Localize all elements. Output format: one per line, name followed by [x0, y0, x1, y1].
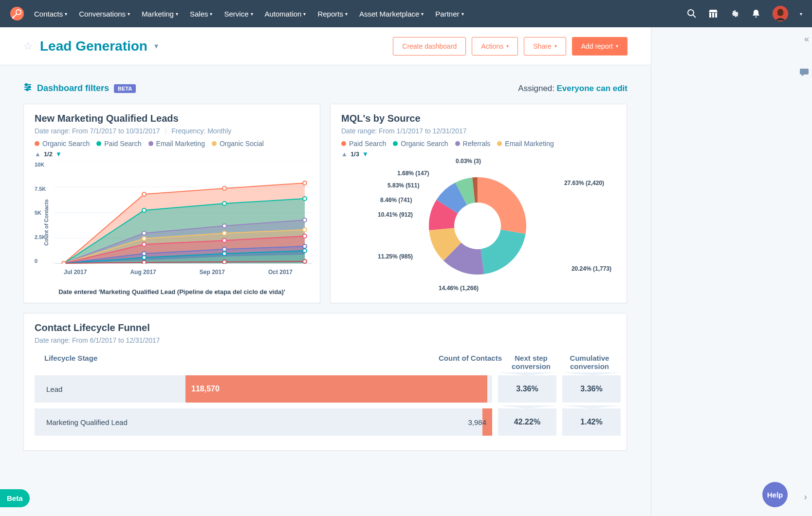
legend-item: Organic Search	[393, 140, 448, 147]
card-meta: Date range: From 7/1/2017 to 10/31/2017 …	[35, 127, 309, 135]
funnel-stage: Lead	[46, 385, 62, 393]
funnel-value: 3,984	[468, 418, 486, 426]
filters-label: Dashboard filters	[37, 83, 109, 93]
legend-item: Organic Social	[212, 140, 264, 147]
legend-item: Email Marketing	[497, 140, 554, 147]
actions-button[interactable]: Actions▾	[472, 37, 518, 55]
svg-point-3	[12, 17, 14, 18]
nav-automation[interactable]: Automation▾	[265, 10, 306, 18]
nav-contacts[interactable]: Contacts▾	[34, 10, 67, 18]
triangle-up-icon[interactable]: ▲	[341, 150, 348, 158]
svg-point-40	[303, 244, 307, 248]
assigned-label: Assigned:	[518, 84, 554, 93]
avatar[interactable]	[773, 6, 788, 21]
nav-partner[interactable]: Partner▾	[435, 10, 463, 18]
filters-left[interactable]: Dashboard filters BETA	[23, 83, 136, 94]
legend-item: Paid Search	[341, 140, 386, 147]
page-num: 1/3	[351, 150, 359, 158]
add-report-button[interactable]: Add report▾	[572, 37, 627, 55]
hubspot-logo-icon[interactable]	[10, 6, 24, 21]
svg-point-32	[142, 237, 146, 240]
assigned-area[interactable]: Assigned: Everyone can edit	[518, 84, 627, 93]
svg-point-22	[62, 261, 66, 264]
marketplace-icon[interactable]	[708, 9, 718, 18]
donut-label: 5.83% (511)	[388, 182, 419, 189]
card-title: MQL's by Source	[341, 113, 616, 124]
page-header: ☆ Lead Generation ▾ Create dashboard Act…	[0, 27, 651, 65]
triangle-down-icon[interactable]: ▼	[362, 150, 369, 158]
comment-icon[interactable]	[799, 68, 809, 79]
svg-point-38	[142, 252, 146, 256]
next-conversion: 3.36%	[498, 375, 556, 403]
funnel-bar-wrap: Marketing Qualified Lead 3,984	[35, 408, 492, 436]
svg-point-31	[303, 218, 307, 222]
star-icon[interactable]: ☆	[23, 40, 33, 53]
beta-fab[interactable]: Beta	[0, 489, 30, 507]
cumulative-conversion: 1.42%	[562, 408, 621, 436]
legend-pager[interactable]: ▲ 1/3 ▼	[341, 150, 616, 158]
gear-icon[interactable]	[730, 9, 739, 18]
nav-reports[interactable]: Reports▾	[317, 10, 348, 18]
chevron-down-icon: ▾	[345, 11, 348, 17]
share-button[interactable]: Share▾	[524, 37, 566, 55]
nav-sales[interactable]: Sales▾	[190, 10, 213, 18]
search-icon[interactable]	[687, 9, 697, 18]
chevron-down-icon: ▾	[251, 11, 253, 17]
date-range: Date range: From 1/1/2017 to 12/31/2017	[341, 127, 467, 135]
legend: Paid Search Organic Search Referrals Ema…	[341, 140, 616, 147]
triangle-down-icon[interactable]: ▼	[55, 150, 62, 158]
chevron-down-icon: ▾	[176, 11, 178, 17]
svg-point-46	[303, 259, 307, 263]
nav-marketing[interactable]: Marketing▾	[142, 10, 178, 18]
nav-service[interactable]: Service▾	[224, 10, 253, 18]
svg-point-23	[142, 192, 146, 196]
chevron-down-icon[interactable]: ▾	[154, 41, 158, 51]
nav-conversations[interactable]: Conversations▾	[79, 10, 130, 18]
svg-rect-7	[712, 13, 714, 18]
chevron-down-icon: ▾	[421, 11, 424, 17]
nav-right: ▾	[687, 6, 802, 21]
svg-point-14	[25, 84, 27, 86]
funnel-row: Marketing Qualified Lead 3,984 42.22% 1.…	[35, 408, 616, 436]
cards-row: New Marketing Qualified Leads Date range…	[23, 104, 627, 303]
bell-icon[interactable]	[751, 9, 761, 18]
legend: Organic Search Paid Search Email Marketi…	[35, 140, 309, 147]
page-title: Lead Generation	[40, 38, 148, 54]
legend-pager[interactable]: ▲ 1/2 ▼	[35, 150, 309, 158]
funnel-stage: Marketing Qualified Lead	[46, 418, 128, 426]
nav-asset-marketplace[interactable]: Asset Marketplace▾	[359, 10, 424, 18]
nav-items: Contacts▾ Conversations▾ Marketing▾ Sale…	[34, 10, 687, 18]
create-dashboard-button[interactable]: Create dashboard	[393, 37, 466, 55]
svg-line-5	[693, 15, 696, 18]
card-meta: Date range: From 6/1/2017 to 12/31/2017	[35, 336, 616, 344]
donut-label: 11.25% (985)	[378, 253, 413, 260]
date-range: Date range: From 6/1/2017 to 12/31/2017	[35, 336, 160, 344]
donut-label: 10.41% (912)	[378, 211, 413, 218]
svg-point-35	[142, 242, 146, 246]
chevron-down-icon[interactable]: ▾	[800, 11, 802, 17]
triangle-up-icon[interactable]: ▲	[35, 150, 41, 158]
y-axis-label: Count of Contacts	[43, 199, 49, 245]
svg-point-34	[303, 228, 307, 232]
card-lifecycle-funnel: Contact Lifecycle Funnel Date range: Fro…	[23, 313, 627, 451]
card-new-mqls: New Marketing Qualified Leads Date range…	[23, 104, 320, 303]
assigned-value: Everyone can edit	[556, 84, 627, 93]
donut-label: 8.46% (741)	[380, 197, 412, 203]
collapse-panel-icon[interactable]: «	[804, 34, 809, 44]
card-title: Contact Lifecycle Funnel	[35, 322, 616, 333]
svg-point-47	[454, 203, 501, 249]
donut-label: 14.46% (1,266)	[439, 285, 479, 292]
legend-item: Paid Search	[96, 140, 141, 147]
donut-label: 0.03% (3)	[456, 158, 481, 165]
area-chart-svg	[54, 162, 312, 264]
chevron-down-icon: ▾	[210, 11, 212, 17]
help-fab[interactable]: Help	[762, 482, 788, 507]
svg-point-25	[303, 181, 307, 185]
next-conversion: 42.22%	[498, 408, 556, 436]
col-next: Next step conversion	[502, 354, 560, 370]
chevron-right-icon[interactable]: ›	[804, 491, 807, 502]
card-meta: Date range: From 1/1/2017 to 12/31/2017	[341, 127, 616, 135]
svg-point-16	[26, 89, 28, 91]
donut-label: 20.24% (1,773)	[572, 265, 611, 272]
x-ticks: Jul 2017Aug 2017Sep 2017Oct 2017	[35, 269, 307, 276]
